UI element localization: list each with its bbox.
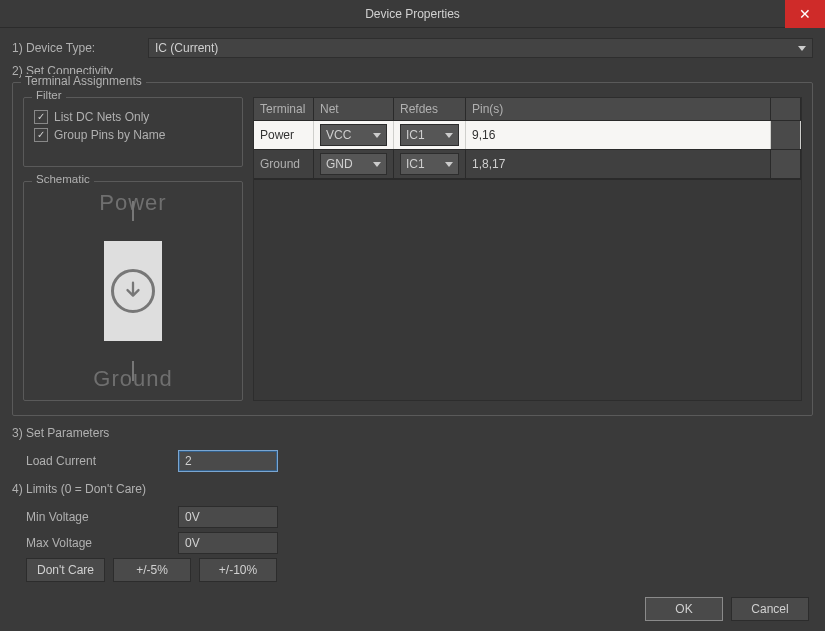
filter-group: Filter ✓ List DC Nets Only ✓ Group Pins … <box>23 97 243 167</box>
schematic-group: Schematic Power <box>23 181 243 401</box>
table-empty-area <box>254 179 801 400</box>
device-type-dropdown[interactable]: IC (Current) <box>148 38 813 58</box>
terminal-assignments-group: Terminal Assignments Filter ✓ List DC Ne… <box>12 82 813 416</box>
terminal-table: Terminal Net Refdes Pin(s) Power VCC <box>253 97 802 401</box>
window-title: Device Properties <box>365 7 460 21</box>
pm10-button[interactable]: +/-10% <box>199 558 277 582</box>
cell-blank <box>771 121 801 149</box>
min-voltage-input[interactable] <box>178 506 278 528</box>
schematic-legend: Schematic <box>32 173 94 185</box>
device-type-row: 1) Device Type: IC (Current) <box>12 38 813 58</box>
cell-terminal: Ground <box>254 150 314 178</box>
refdes-dropdown[interactable]: IC1 <box>400 124 459 146</box>
checkbox-icon: ✓ <box>34 110 48 124</box>
schematic-canvas: Power Gro <box>32 190 234 392</box>
terminal-assignments-body: Filter ✓ List DC Nets Only ✓ Group Pins … <box>23 97 802 401</box>
refdes-value: IC1 <box>406 128 425 142</box>
limits-label: 4) Limits (0 = Don't Care) <box>12 482 813 496</box>
max-voltage-input[interactable] <box>178 532 278 554</box>
cell-blank <box>771 150 801 178</box>
min-voltage-label: Min Voltage <box>12 510 162 524</box>
chevron-down-icon <box>445 162 453 167</box>
group-pins-checkbox[interactable]: ✓ Group Pins by Name <box>34 128 232 142</box>
close-button[interactable]: ✕ <box>785 0 825 28</box>
close-icon: ✕ <box>799 6 811 22</box>
pm5-button[interactable]: +/-5% <box>113 558 191 582</box>
chevron-down-icon <box>798 46 806 51</box>
cancel-button[interactable]: Cancel <box>731 597 809 621</box>
arrow-down-icon <box>122 280 144 302</box>
chevron-down-icon <box>373 133 381 138</box>
titlebar: Device Properties ✕ <box>0 0 825 28</box>
ok-button[interactable]: OK <box>645 597 723 621</box>
cell-pins: 1,8,17 <box>466 150 771 178</box>
net-dropdown[interactable]: GND <box>320 153 387 175</box>
chevron-down-icon <box>373 162 381 167</box>
limits-button-bar: Don't Care +/-5% +/-10% <box>12 558 813 582</box>
net-value: VCC <box>326 128 351 142</box>
chevron-down-icon <box>445 133 453 138</box>
table-header: Terminal Net Refdes Pin(s) <box>254 98 801 121</box>
load-current-label: Load Current <box>12 454 162 468</box>
th-terminal: Terminal <box>254 98 314 120</box>
th-blank <box>771 98 801 120</box>
filter-legend: Filter <box>32 89 66 101</box>
refdes-dropdown[interactable]: IC1 <box>400 153 459 175</box>
dont-care-button[interactable]: Don't Care <box>26 558 105 582</box>
th-refdes: Refdes <box>394 98 466 120</box>
list-dc-checkbox[interactable]: ✓ List DC Nets Only <box>34 110 232 124</box>
load-current-input[interactable] <box>178 450 278 472</box>
net-dropdown[interactable]: VCC <box>320 124 387 146</box>
min-voltage-row: Min Voltage <box>12 506 813 528</box>
cell-pins: 9,16 <box>466 121 771 149</box>
device-type-label: 1) Device Type: <box>12 41 140 55</box>
net-value: GND <box>326 157 353 171</box>
left-column: Filter ✓ List DC Nets Only ✓ Group Pins … <box>23 97 243 401</box>
cell-terminal: Power <box>254 121 314 149</box>
checkbox-icon: ✓ <box>34 128 48 142</box>
max-voltage-label: Max Voltage <box>12 536 162 550</box>
th-pins: Pin(s) <box>466 98 771 120</box>
table-row[interactable]: Ground GND IC1 1,8,17 <box>254 150 801 179</box>
terminal-assignments-legend: Terminal Assignments <box>21 74 146 88</box>
set-parameters-label: 3) Set Parameters <box>12 426 813 440</box>
list-dc-label: List DC Nets Only <box>54 110 149 124</box>
group-pins-label: Group Pins by Name <box>54 128 165 142</box>
device-type-value: IC (Current) <box>155 41 218 55</box>
th-net: Net <box>314 98 394 120</box>
content-area: 1) Device Type: IC (Current) 2) Set Conn… <box>0 28 825 594</box>
refdes-value: IC1 <box>406 157 425 171</box>
load-current-row: Load Current <box>12 450 813 472</box>
dialog-footer: OK Cancel <box>645 597 809 621</box>
max-voltage-row: Max Voltage <box>12 532 813 554</box>
current-source-icon <box>93 221 173 361</box>
table-row[interactable]: Power VCC IC1 9,16 <box>254 121 801 150</box>
